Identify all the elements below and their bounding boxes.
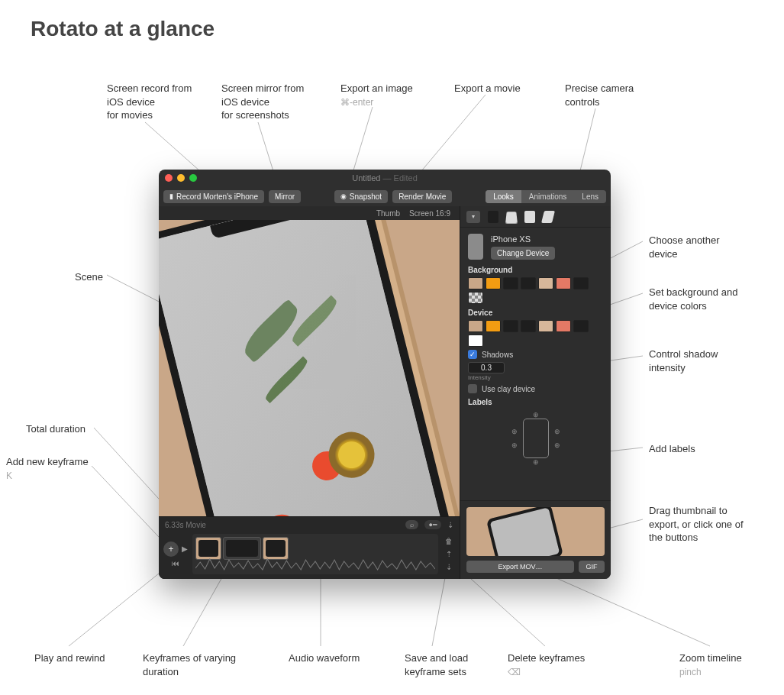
callout-add-labels: Add labels [649, 442, 695, 456]
mirror-button[interactable]: Mirror [269, 190, 301, 203]
panel-tabs: Looks Animations Lens [486, 190, 606, 203]
timeline-duration: 6.33s Movie [165, 521, 206, 529]
color-swatch[interactable] [573, 320, 589, 332]
audio-waveform [195, 554, 435, 571]
add-label-left-top[interactable]: ⊕ [511, 428, 518, 435]
canvas[interactable] [159, 220, 460, 516]
view-aspect-label[interactable]: Screen 16:9 [409, 209, 450, 218]
callout-keyframes: Keyframes of varying duration [143, 651, 236, 678]
callout-export-image: Export an image⌘-enter [340, 82, 413, 108]
load-set-icon[interactable]: ⇣ [446, 563, 452, 571]
callout-screen-mirror: Screen mirror from iOS device for screen… [221, 82, 304, 122]
inspector-panel: ▾ iPhone XS Change Device Background Dev… [460, 206, 611, 579]
phone-icon: ▮ [169, 192, 173, 200]
callout-camera-controls: Precise camera controls [565, 82, 634, 108]
callout-total-duration: Total duration [26, 422, 85, 436]
color-swatch[interactable] [468, 277, 483, 289]
export-gif-button[interactable]: GIF [579, 561, 605, 573]
color-swatch[interactable] [503, 277, 518, 289]
toolbar: ▮Record Morten's iPhone Mirror ◉Snapshot… [159, 186, 611, 206]
callout-screen-record: Screen record from iOS device for movies [107, 82, 192, 122]
device-color-label: Device [468, 309, 603, 317]
rewind-icon[interactable]: ⏮ [172, 559, 179, 567]
export-thumbnail[interactable] [466, 507, 605, 556]
color-swatch[interactable] [468, 335, 483, 347]
shadows-checkbox[interactable]: ✓ [468, 350, 477, 359]
timeline: 6.33s Movie ⌕ ●━ ⇣ + ▶ ⏮ [159, 516, 460, 579]
color-swatch[interactable] [521, 277, 536, 289]
keyframe-track[interactable] [192, 534, 438, 574]
callout-shadow: Control shadow intensity [649, 348, 718, 374]
color-swatch[interactable] [468, 292, 483, 304]
timeline-zoom-slider[interactable]: ●━ [424, 520, 441, 529]
style-angle-icon[interactable] [541, 211, 555, 223]
color-swatch[interactable] [521, 320, 536, 332]
color-swatch[interactable] [556, 277, 571, 289]
change-device-button[interactable]: Change Device [491, 247, 555, 260]
background-swatches [468, 277, 603, 304]
clay-label: Use clay device [482, 385, 535, 393]
style-iconbar: ▾ [460, 206, 611, 228]
add-keyframe-button[interactable]: + [163, 541, 179, 557]
search-icon: ⌕ [410, 521, 414, 529]
tab-lens[interactable]: Lens [574, 190, 606, 203]
color-swatch[interactable] [503, 320, 518, 332]
tab-looks[interactable]: Looks [486, 190, 521, 203]
style-solid-icon[interactable] [488, 211, 498, 223]
background-label: Background [468, 266, 603, 274]
color-swatch[interactable] [486, 320, 501, 332]
color-swatch[interactable] [538, 320, 553, 332]
window-title: Untitled — Edited [159, 173, 611, 183]
shadows-label: Shadows [482, 351, 513, 359]
add-label-left-bottom[interactable]: ⊕ [511, 441, 518, 449]
render-button[interactable]: Render Movie [392, 190, 452, 203]
add-label-right-top[interactable]: ⊕ [553, 428, 561, 435]
color-swatch[interactable] [486, 277, 501, 289]
color-swatch[interactable] [573, 277, 589, 289]
color-swatch[interactable] [538, 277, 553, 289]
callout-export-movie: Export a movie [454, 82, 521, 95]
play-icon[interactable]: ▶ [182, 545, 188, 553]
add-label-top[interactable]: ⊕ [532, 411, 540, 419]
color-swatch[interactable] [468, 320, 483, 332]
intensity-label: Intensity [468, 374, 491, 381]
save-set-icon[interactable]: ⇡ [446, 550, 452, 558]
trash-icon[interactable]: 🗑 [445, 537, 453, 545]
labels-section-label: Labels [468, 398, 603, 406]
callout-drag-thumb: Drag thumbnail to export, or click one o… [649, 504, 744, 545]
style-white-icon[interactable] [524, 211, 535, 223]
device-silhouette-icon [468, 234, 483, 260]
callout-zoom: Zoom timelinepinch [679, 651, 742, 678]
app-window: Untitled — Edited ▮Record Morten's iPhon… [159, 170, 611, 579]
labels-diagram: ⊕ ⊕ ⊕ ⊕ ⊕ ⊕ [518, 414, 553, 463]
shadow-intensity-input[interactable] [468, 362, 505, 373]
add-label-right-bottom[interactable]: ⊕ [553, 441, 561, 449]
page-title: Rotato at a glance [31, 17, 215, 41]
export-mov-button[interactable]: Export MOV… [466, 561, 574, 573]
tab-animations[interactable]: Animations [521, 190, 574, 203]
style-shape-icon[interactable] [505, 212, 518, 223]
callout-scene: Scene [75, 270, 103, 284]
add-label-bottom[interactable]: ⊕ [532, 458, 540, 466]
style-dropdown[interactable]: ▾ [466, 211, 480, 223]
callout-delete-kf: Delete keyframes⌫ [508, 651, 585, 678]
clay-checkbox[interactable] [468, 384, 477, 393]
callout-add-keyframe: Add new keyframeK [6, 455, 89, 482]
timeline-search[interactable]: ⌕ [405, 520, 418, 529]
callout-choose-device: Choose another device [649, 234, 720, 260]
callout-save-load: Save and load keyframe sets [405, 651, 468, 678]
viewport-header: Thumb Screen 16:9 [159, 206, 460, 220]
device-swatches [468, 320, 603, 347]
snapshot-button[interactable]: ◉Snapshot [334, 190, 388, 203]
callout-bg-colors: Set background and device colors [649, 286, 737, 312]
svg-line-7 [608, 293, 643, 305]
view-thumb-label[interactable]: Thumb [376, 209, 400, 218]
svg-line-6 [608, 241, 643, 260]
callout-waveform: Audio waveform [289, 651, 360, 665]
download-icon[interactable]: ⇣ [447, 521, 453, 529]
camera-icon: ◉ [340, 192, 347, 200]
color-swatch[interactable] [556, 320, 571, 332]
titlebar: Untitled — Edited [159, 170, 611, 186]
callout-play-rewind: Play and rewind [34, 651, 105, 665]
record-button[interactable]: ▮Record Morten's iPhone [163, 190, 264, 203]
